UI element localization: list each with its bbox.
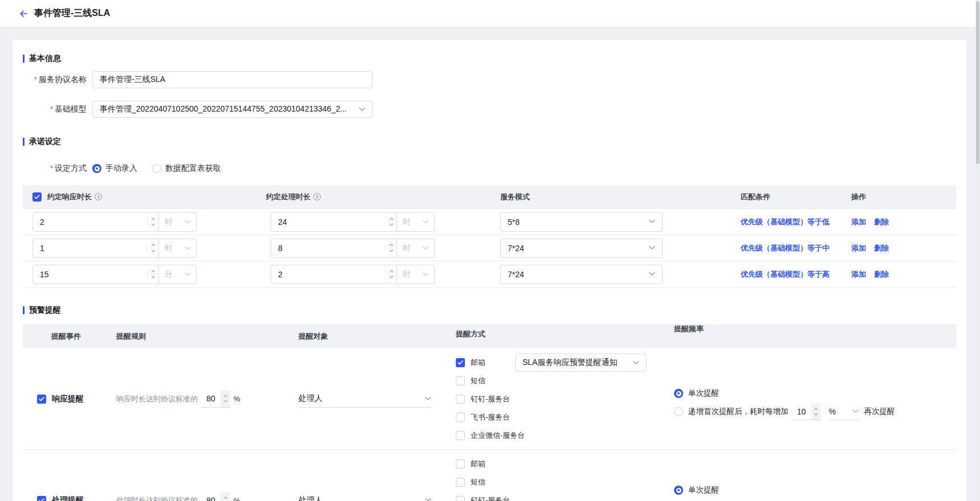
channel-dingtalk-checkbox[interactable] xyxy=(456,496,465,501)
commitment-table-header: 约定响应时长 约定处理时长 服务模式 匹配条件 操作 xyxy=(23,185,956,209)
number-stepper[interactable] xyxy=(811,403,821,420)
handle-unit-select[interactable]: 时 xyxy=(397,265,434,284)
required-asterisk: * xyxy=(34,75,37,84)
section-bar xyxy=(23,138,24,146)
channel-dingtalk: 钉钉-服务台 xyxy=(456,390,650,408)
match-condition-link[interactable]: 优先级（基础模型）等于中 xyxy=(741,243,830,253)
col-frequency-label: 提醒频率 xyxy=(674,324,956,334)
radio-data-config-table[interactable]: 数据配置表获取 xyxy=(152,163,221,174)
vertical-scrollbar-thumb[interactable] xyxy=(976,1,979,164)
channel-dingtalk: 钉钉-服务台 xyxy=(456,491,650,501)
alert-target-select[interactable]: 处理人 xyxy=(299,391,431,408)
response-unit-select[interactable]: 时 xyxy=(158,239,196,257)
freq-incremental-option[interactable]: 递增首次提醒后，耗时每增加 % 再次提醒 xyxy=(674,403,956,420)
channel-feishu-checkbox[interactable] xyxy=(456,413,465,422)
response-unit-select[interactable]: 时 xyxy=(158,213,196,231)
commitment-row: 时 时 xyxy=(23,209,956,235)
handle-duration-input[interactable] xyxy=(271,265,385,284)
handle-duration-input[interactable] xyxy=(271,239,385,257)
number-stepper[interactable] xyxy=(147,244,158,252)
page-title: 事件管理-三线SLA xyxy=(34,7,110,19)
help-icon[interactable] xyxy=(313,193,321,200)
radio-manual-entry[interactable]: 手动录入 xyxy=(92,163,137,174)
number-stepper[interactable] xyxy=(385,217,397,226)
add-row-link[interactable]: 添加 xyxy=(851,243,866,253)
number-stepper[interactable] xyxy=(385,270,397,278)
match-condition-link[interactable]: 优先级（基础模型）等于低 xyxy=(741,217,830,227)
notify-template-select[interactable]: SLA服务响应预警提醒通知 xyxy=(515,354,647,372)
freq-single-option[interactable]: 单次提醒 xyxy=(674,482,956,499)
agreement-name-input[interactable] xyxy=(92,71,373,88)
match-condition-link[interactable]: 优先级（基础模型）等于高 xyxy=(741,269,830,280)
delete-row-link[interactable]: 删除 xyxy=(874,217,889,227)
response-unit-select[interactable]: 分 xyxy=(158,265,196,284)
event-label: 响应提醒 xyxy=(52,394,84,404)
freq-single-option[interactable]: 单次提醒 xyxy=(674,385,956,402)
response-alert-checkbox[interactable] xyxy=(37,395,46,404)
section-alert-title: 预警提醒 xyxy=(29,305,61,315)
chevron-down-icon xyxy=(649,246,655,250)
chevron-down-icon xyxy=(423,220,428,224)
number-stepper[interactable] xyxy=(220,492,230,501)
handle-alert-checkbox[interactable] xyxy=(37,496,46,501)
rule-threshold-input[interactable] xyxy=(201,391,220,407)
channel-email-checkbox[interactable] xyxy=(456,358,465,367)
chevron-down-icon xyxy=(423,273,428,276)
channel-sms-checkbox[interactable] xyxy=(456,478,465,487)
section-commitment: 承诺设定 xyxy=(23,137,956,146)
channel-sms-checkbox[interactable] xyxy=(456,376,465,385)
response-duration-input[interactable] xyxy=(33,265,147,284)
col-handle-label: 约定处理时长 xyxy=(266,192,311,202)
response-column-checkbox[interactable] xyxy=(32,192,42,202)
chevron-down-icon xyxy=(389,223,394,226)
alert-target-select[interactable]: 处理人 xyxy=(299,492,431,501)
chevron-up-icon xyxy=(389,270,394,273)
response-duration-input[interactable] xyxy=(33,239,147,257)
delete-row-link[interactable]: 删除 xyxy=(874,269,889,280)
form-row-agreement-name: *服务协议名称 xyxy=(23,71,956,88)
chevron-up-icon xyxy=(389,244,394,247)
col-event-label: 提醒事件 xyxy=(51,332,81,340)
rule-threshold-input[interactable] xyxy=(201,492,220,501)
radio-selected-icon xyxy=(92,164,101,173)
channel-wecom-checkbox[interactable] xyxy=(456,431,465,440)
handle-duration-group: 时 xyxy=(271,212,435,232)
rule-unit: % xyxy=(234,496,240,501)
add-row-link[interactable]: 添加 xyxy=(851,217,866,227)
base-model-label: *基础模型 xyxy=(23,104,87,114)
col-mode-label: 服务模式 xyxy=(500,192,530,202)
number-stepper[interactable] xyxy=(147,217,158,226)
section-alert: 预警提醒 xyxy=(23,306,956,315)
number-stepper[interactable] xyxy=(147,270,158,278)
response-duration-group: 时 xyxy=(32,239,197,258)
channel-email: 邮箱 xyxy=(456,455,650,473)
check-icon xyxy=(34,195,40,199)
handle-unit-select[interactable]: 时 xyxy=(397,213,434,231)
freq-unit-select[interactable]: % xyxy=(829,403,859,420)
channel-email-checkbox[interactable] xyxy=(456,459,465,469)
chevron-up-icon xyxy=(151,244,156,247)
service-mode-select[interactable]: 5*8 xyxy=(500,212,663,232)
delete-row-link[interactable]: 删除 xyxy=(874,243,889,253)
add-row-link[interactable]: 添加 xyxy=(851,269,866,280)
handle-duration-input[interactable] xyxy=(271,213,385,231)
check-icon xyxy=(458,360,463,365)
response-duration-input[interactable] xyxy=(33,213,147,231)
chevron-down-icon xyxy=(223,400,228,403)
col-method-label: 提醒方式 xyxy=(456,329,650,339)
required-asterisk: * xyxy=(50,164,53,173)
commitment-row: 时 时 xyxy=(23,235,956,261)
help-icon[interactable] xyxy=(95,193,102,200)
set-method-label: *设定方式 xyxy=(23,163,87,174)
number-stepper[interactable] xyxy=(220,391,230,407)
base-model-select[interactable]: 事件管理_20220407102500_20220715144755_20230… xyxy=(92,101,373,118)
handle-unit-select[interactable]: 时 xyxy=(397,239,434,257)
chevron-up-icon xyxy=(389,217,394,220)
service-mode-select[interactable]: 7*24 xyxy=(500,239,663,258)
service-mode-select[interactable]: 7*24 xyxy=(500,265,663,284)
back-button[interactable] xyxy=(17,7,30,20)
freq-increment-input[interactable] xyxy=(792,403,811,420)
channel-dingtalk-checkbox[interactable] xyxy=(456,395,465,404)
chevron-down-icon xyxy=(151,276,156,278)
number-stepper[interactable] xyxy=(385,244,397,252)
